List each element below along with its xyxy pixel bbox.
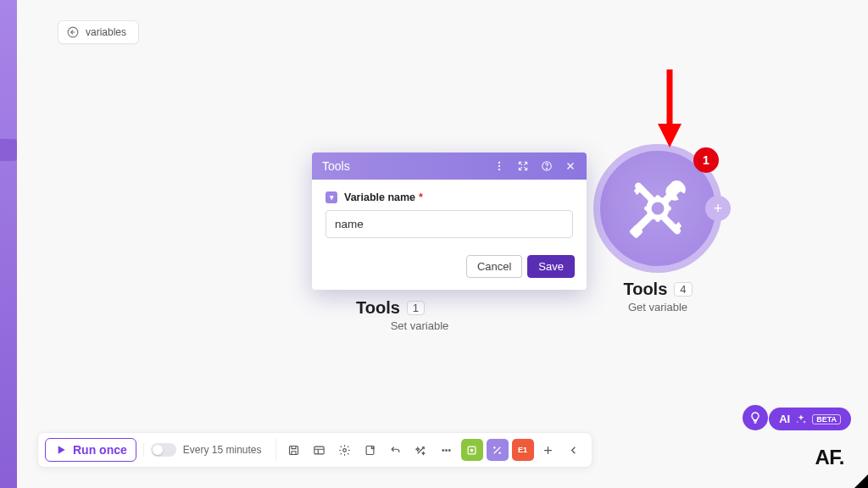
undo-icon[interactable] <box>385 439 407 461</box>
close-icon[interactable] <box>565 160 576 172</box>
schedule-toggle[interactable] <box>151 443 176 457</box>
svg-point-4 <box>644 206 648 210</box>
lightbulb-icon <box>748 411 762 424</box>
node-left-title: Tools <box>356 298 400 318</box>
svg-point-17 <box>547 168 548 169</box>
cancel-button[interactable]: Cancel <box>466 255 522 278</box>
node-right-count: 4 <box>674 282 692 297</box>
error-badge[interactable]: E1 <box>512 439 534 461</box>
svg-point-2 <box>655 195 659 199</box>
sparkle-icon <box>795 413 807 425</box>
svg-point-14 <box>498 165 500 167</box>
save-button[interactable]: Save <box>527 255 575 278</box>
ai-pill[interactable]: AI BETA <box>769 408 851 430</box>
svg-rect-22 <box>366 446 374 454</box>
breadcrumb-label: variables <box>86 26 126 38</box>
notes-icon[interactable] <box>359 439 381 461</box>
tools-dialog: Tools ▾ Variable name * Cancel Save <box>312 152 587 290</box>
bottom-toolbar: Run once Every 15 minutes E1 <box>37 432 593 468</box>
left-edge-tab[interactable] <box>0 139 17 161</box>
dialog-header[interactable]: Tools <box>312 152 587 180</box>
expand-icon[interactable] <box>517 160 529 172</box>
svg-point-15 <box>498 169 500 170</box>
run-once-button[interactable]: Run once <box>45 438 136 462</box>
node-right-circle[interactable]: 1 + <box>593 144 722 273</box>
schedule-label: Every 15 minutes <box>183 444 262 456</box>
dialog-title: Tools <box>322 159 350 173</box>
play-icon <box>54 443 68 457</box>
variable-name-label: ▾ Variable name * <box>326 191 573 203</box>
svg-point-25 <box>448 449 450 451</box>
svg-point-27 <box>470 449 473 452</box>
left-edge-gradient <box>0 0 17 488</box>
variable-name-input[interactable] <box>326 210 573 238</box>
svg-point-28 <box>493 446 495 448</box>
more-icon[interactable] <box>436 439 458 461</box>
add-connection-icon[interactable]: + <box>705 196 731 221</box>
svg-point-24 <box>445 449 447 451</box>
node-left-count: 1 <box>407 301 425 315</box>
more-vertical-icon[interactable] <box>493 160 505 172</box>
beta-badge: BETA <box>812 414 841 424</box>
svg-marker-18 <box>58 446 65 453</box>
schedule-section: Every 15 minutes <box>143 443 269 457</box>
collapse-icon[interactable]: ▾ <box>326 191 337 203</box>
svg-point-21 <box>343 448 347 452</box>
add-module-icon[interactable] <box>537 439 559 461</box>
svg-point-23 <box>442 449 444 451</box>
help-fab[interactable] <box>743 405 768 430</box>
svg-marker-12 <box>658 124 682 147</box>
svg-point-5 <box>667 206 671 210</box>
back-arrow-icon <box>67 26 79 38</box>
svg-rect-19 <box>290 446 298 454</box>
node-left-subtitle: Set variable <box>356 319 483 332</box>
svg-point-3 <box>655 218 659 222</box>
svg-rect-20 <box>314 446 324 454</box>
settings-icon[interactable] <box>334 439 356 461</box>
breadcrumb[interactable]: variables <box>58 20 139 44</box>
node-right-title: Tools <box>623 280 667 299</box>
align-icon[interactable] <box>461 439 483 461</box>
save-icon[interactable] <box>283 439 305 461</box>
af-logo: AF. <box>815 446 845 469</box>
node-set-variable[interactable]: Tools 1 Set variable <box>356 291 483 332</box>
annotation-arrow-icon <box>653 66 687 151</box>
explain-icon[interactable] <box>487 439 509 461</box>
help-icon[interactable] <box>541 160 553 172</box>
svg-point-29 <box>499 452 501 453</box>
magic-icon[interactable] <box>410 439 432 461</box>
svg-point-13 <box>498 162 500 164</box>
node-right-subtitle: Get variable <box>628 301 687 313</box>
node-right-badge: 1 <box>693 147 719 173</box>
resize-corner-icon[interactable] <box>854 474 868 488</box>
collapse-toolbar-icon[interactable] <box>563 439 585 461</box>
ai-label: AI <box>779 413 790 425</box>
tools-icon <box>620 171 695 246</box>
node-get-variable[interactable]: 1 + Tools 4 Get variable <box>593 144 722 313</box>
layout-icon[interactable] <box>309 439 331 461</box>
